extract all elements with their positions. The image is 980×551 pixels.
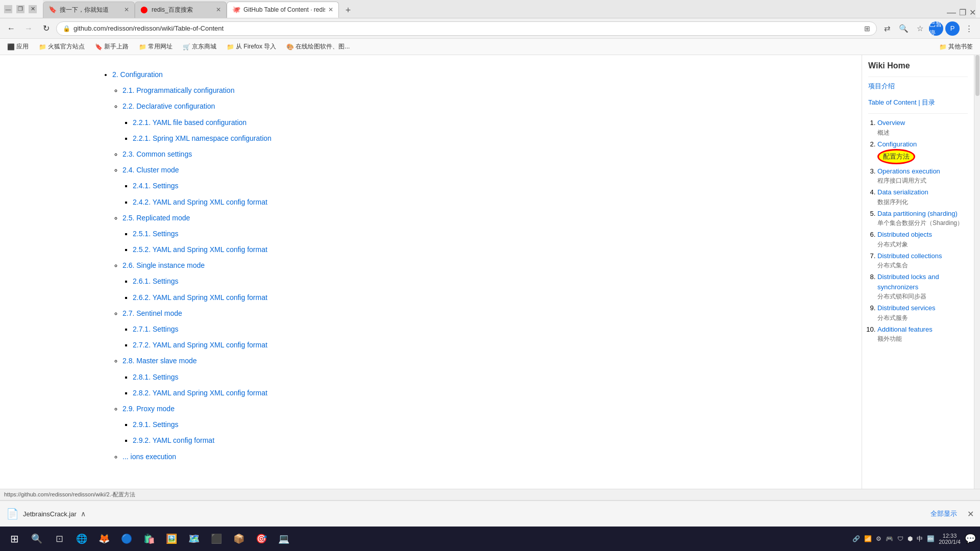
win-close[interactable]: ✕ [969, 7, 976, 18]
sidebar-divider-1 [868, 77, 968, 77]
tab-redis-search[interactable]: ⬤ redis_百度搜索 ✕ [135, 2, 227, 18]
link-prog-config[interactable]: 2.1. Programmatically configuration [122, 86, 234, 94]
toc-link-ops[interactable]: Operations execution [877, 166, 968, 177]
bookmark-jd[interactable]: 🛒 京东商城 [180, 41, 219, 52]
win-minimize[interactable]: — [947, 7, 956, 18]
link-2-7-1[interactable]: 2.7.1. Settings [133, 325, 179, 333]
link-yaml-file[interactable]: 2.2.1. YAML file based configuration [133, 118, 247, 127]
bookmark-import[interactable]: 📁 从 Firefox 导入 [224, 41, 279, 52]
toc-link-configuration[interactable]: Configuration [877, 139, 968, 149]
taskbar-tasklist[interactable]: ⊡ [49, 529, 69, 549]
win-restore[interactable]: ❐ [959, 7, 966, 18]
link-replicated-mode[interactable]: 2.5. Replicated mode [122, 214, 190, 222]
search-action[interactable]: 🔍 [896, 21, 911, 36]
taskbar-maps[interactable]: 🗺️ [184, 529, 204, 549]
taskbar-app1[interactable]: 📦 [229, 529, 249, 549]
toc-link-dist-collections[interactable]: Distributed collections [877, 251, 968, 261]
taskbar-app2[interactable]: 🎯 [251, 529, 272, 549]
taskbar-terminal[interactable]: ⬛ [206, 529, 227, 549]
toc-link-additional[interactable]: Additional features [877, 324, 968, 335]
link-single-instance[interactable]: 2.6. Single instance mode [122, 261, 205, 269]
link-2-9-2[interactable]: 2.9.2. YAML config format [133, 436, 214, 444]
bookmark-apps[interactable]: ⬛ 应用 [4, 41, 32, 52]
close-button[interactable]: ✕ [29, 5, 37, 13]
toc-link[interactable]: Table of Content | 目录 [868, 97, 968, 108]
taskbar-firefox[interactable]: 🦊 [94, 529, 114, 549]
link-configuration[interactable]: 2. Configuration [112, 70, 163, 79]
list-item: 2.6.2. YAML and Spring XML config format [133, 291, 841, 304]
translate-action[interactable]: ⇄ [880, 21, 894, 36]
toc-link-serialization[interactable]: Data serialization [877, 187, 968, 197]
link-2-4-2[interactable]: 2.4.2. YAML and Spring XML config format [133, 198, 267, 206]
title-bar: — ❐ ✕ 🔖 搜一下，你就知道 ✕ ⬤ redis_百度搜索 ✕ 🐙 GitH… [0, 0, 980, 18]
bookmark-common[interactable]: 📁 常用网址 [136, 41, 176, 52]
tab-close-1[interactable]: ✕ [124, 6, 129, 13]
link-2-6-2[interactable]: 2.6.2. YAML and Spring XML config format [133, 293, 267, 302]
link-2-4-1[interactable]: 2.4.1. Settings [133, 182, 179, 190]
new-tab-button[interactable]: + [341, 4, 355, 18]
toc-item-partitioning: Data partitioning (sharding) 单个集合数据分片（Sh… [877, 209, 968, 228]
bookmark-newbie[interactable]: 🔖 新手上路 [92, 41, 132, 52]
maximize-button[interactable]: ❐ [16, 5, 24, 13]
toc-level2: 2.1. Programmatically configuration 2.2.… [112, 84, 841, 463]
tab-favicon-2: ⬤ [140, 6, 149, 14]
toc-link-dist-services[interactable]: Distributed services [877, 303, 968, 313]
toc-link-dist-locks[interactable]: Distributed locks and synchronizers [877, 272, 968, 292]
link-cluster-mode[interactable]: 2.4. Cluster mode [122, 166, 179, 174]
scrollbar-track[interactable] [974, 55, 980, 489]
list-item: 2.5.1. Settings [133, 228, 841, 240]
draw-icon: 🎨 [286, 43, 294, 51]
link-2-8-1[interactable]: 2.8.1. Settings [133, 373, 179, 381]
link-2-7-2[interactable]: 2.7.2. YAML and Spring XML config format [133, 341, 267, 349]
menu-button[interactable]: ⋮ [962, 21, 976, 36]
toc-item-overview: Overview 概述 [877, 118, 968, 137]
download-close-button[interactable]: ✕ [967, 509, 974, 519]
bookmark-others[interactable]: 📁 其他书签 [936, 41, 976, 52]
minimize-button[interactable]: — [4, 5, 12, 13]
taskbar-store[interactable]: 🛍️ [139, 529, 159, 549]
project-intro-link[interactable]: 项目介绍 [868, 81, 968, 91]
taskbar-chrome[interactable]: 🔵 [116, 529, 137, 549]
toc-link-partitioning[interactable]: Data partitioning (sharding) [877, 209, 968, 219]
bookmark-action[interactable]: ☆ [913, 21, 927, 36]
link-2-9-1[interactable]: 2.9.1. Settings [133, 420, 179, 429]
config-highlight: 配置方法 [877, 149, 915, 164]
download-chevron[interactable]: ∧ [81, 510, 86, 518]
start-button[interactable]: ⊞ [4, 529, 24, 549]
link-common-settings[interactable]: 2.3. Common settings [122, 150, 192, 158]
link-ions-execution[interactable]: ... ions execution [122, 453, 176, 461]
back-button[interactable]: ← [4, 21, 18, 36]
taskbar-search[interactable]: 🔍 [27, 529, 47, 549]
address-bar[interactable]: 🔒 github.com/redisson/redisson/wiki/Tabl… [56, 21, 877, 36]
download-show-all[interactable]: 全部显示 [930, 509, 957, 518]
link-declarative-config[interactable]: 2.2. Declarative configuration [122, 102, 215, 110]
reload-button[interactable]: ↻ [39, 21, 53, 36]
link-2-5-2[interactable]: 2.5.2. YAML and Spring XML config format [133, 245, 267, 254]
toc-link-dist-objects[interactable]: Distributed objects [877, 230, 968, 240]
toc-zh-dist-collections: 分布式集合 [877, 261, 968, 270]
forward-button[interactable]: → [21, 21, 36, 36]
taskbar-edge[interactable]: 🌐 [71, 529, 92, 549]
user-account-button[interactable]: 已暂停 [929, 21, 943, 36]
taskbar-app3[interactable]: 💻 [274, 529, 294, 549]
link-2-6-1[interactable]: 2.6.1. Settings [133, 277, 179, 285]
bookmark-firefox[interactable]: 📁 火狐官方站点 [36, 41, 88, 52]
bookmark-draw[interactable]: 🎨 在线绘图软件、图... [283, 41, 353, 52]
link-spring-xml[interactable]: 2.2.1. Spring XML namespace configuratio… [133, 134, 272, 142]
taskbar-photos[interactable]: 🖼️ [161, 529, 182, 549]
toc-link-overview[interactable]: Overview [877, 118, 968, 128]
link-master-slave[interactable]: 2.8. Master slave mode [122, 357, 197, 365]
link-proxy-mode[interactable]: 2.9. Proxy mode [122, 405, 175, 413]
link-2-8-2[interactable]: 2.8.2. YAML and Spring XML config format [133, 389, 267, 397]
link-sentinel-mode[interactable]: 2.7. Sentinel mode [122, 309, 182, 317]
link-2-5-1[interactable]: 2.5.1. Settings [133, 230, 179, 238]
tab-close-3[interactable]: ✕ [328, 6, 333, 13]
tab-close-2[interactable]: ✕ [216, 6, 221, 13]
profile-icon[interactable]: P [945, 21, 960, 36]
scrollbar-thumb[interactable] [975, 55, 979, 96]
tab-baidu-search-box[interactable]: 🔖 搜一下，你就知道 ✕ [43, 2, 135, 18]
tab-github-toc[interactable]: 🐙 GitHub Table of Content · redisson/re … [227, 2, 339, 18]
taskbar-notification[interactable]: 💬 [965, 533, 976, 544]
taskbar-jetbrains-icon: ⚙ [876, 535, 881, 542]
bookmark-firefox-label: 火狐官方站点 [48, 42, 85, 51]
